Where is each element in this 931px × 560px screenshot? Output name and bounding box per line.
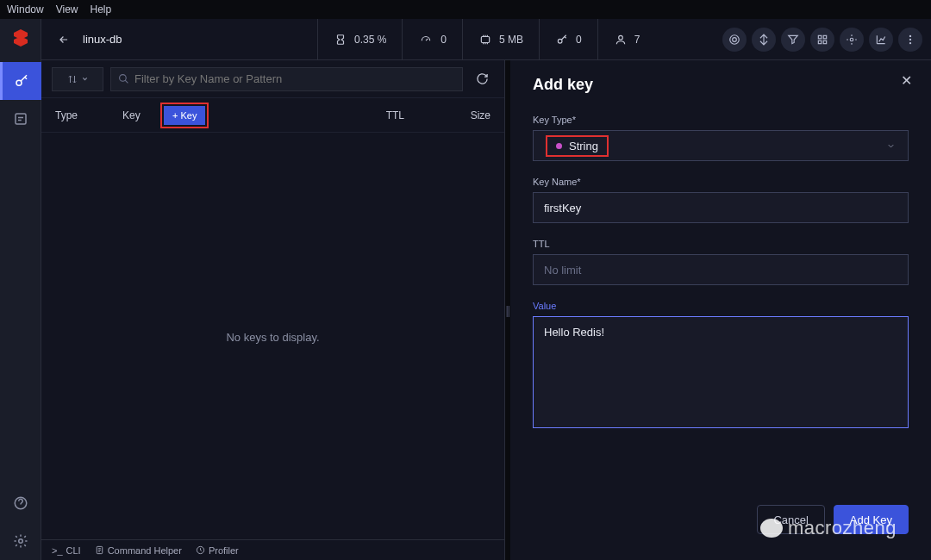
toolbar-more-icon[interactable] (898, 28, 922, 52)
toolbar-icon-3[interactable] (781, 28, 805, 52)
svg-point-7 (730, 34, 740, 44)
svg-point-5 (558, 39, 562, 43)
svg-point-6 (618, 35, 622, 40)
refresh-button[interactable] (470, 67, 494, 91)
add-key-highlight: + Key (160, 103, 209, 128)
close-icon[interactable]: ✕ (901, 72, 912, 89)
toolbar-gear-icon[interactable] (840, 28, 864, 52)
search-input-wrapper[interactable] (110, 67, 463, 91)
svg-rect-10 (823, 35, 827, 39)
nav-keys[interactable] (0, 62, 41, 100)
svg-rect-1 (16, 114, 26, 124)
key-name-input[interactable] (533, 192, 909, 223)
search-input[interactable] (134, 72, 455, 85)
document-icon (95, 545, 104, 555)
empty-state: No keys to display. (41, 133, 504, 539)
stat-speed: 0 (402, 19, 462, 59)
toolbar-icon-4[interactable] (810, 28, 834, 52)
bottom-tabs: >_ CLI Command Helper Profiler (41, 539, 504, 560)
stat-keys: 0 (539, 19, 597, 59)
nav-settings[interactable] (0, 522, 41, 560)
key-type-value: String (569, 140, 598, 152)
toolbar-icon-1[interactable] (722, 28, 747, 52)
svg-rect-12 (823, 40, 827, 44)
app-sidebar (0, 19, 41, 560)
svg-rect-11 (818, 40, 822, 44)
menubar: Window View Help (0, 0, 931, 19)
stat-memory: 5 MB (462, 19, 539, 59)
svg-point-17 (120, 75, 127, 82)
keys-panel: Type Key + Key TTL Size No keys to displ… (41, 60, 505, 560)
menu-help[interactable]: Help (90, 3, 111, 16)
filter-type-dropdown[interactable] (52, 67, 103, 91)
header-size: Size (439, 109, 490, 121)
stat-percent: 0.35 % (317, 19, 402, 59)
type-bullet-icon (556, 143, 562, 149)
header-key: Key (122, 109, 160, 121)
search-icon (118, 73, 129, 84)
svg-rect-4 (481, 36, 489, 42)
svg-point-13 (850, 38, 853, 41)
menu-view[interactable]: View (56, 3, 78, 16)
ttl-label: TTL (533, 239, 909, 249)
toolbar-icon-2[interactable] (752, 28, 776, 52)
nav-workbench[interactable] (0, 100, 41, 138)
header-type: Type (55, 109, 122, 121)
submit-button[interactable]: Add Key (834, 505, 909, 534)
database-name: linux-db (83, 33, 122, 46)
key-type-dropdown[interactable]: String (533, 130, 909, 161)
terminal-icon: >_ (52, 545, 63, 556)
toolbar-chart-icon[interactable] (869, 28, 893, 52)
cancel-button[interactable]: Cancel (757, 505, 824, 534)
value-textarea[interactable] (533, 316, 909, 428)
key-name-label: Key Name* (533, 177, 909, 187)
ttl-input[interactable] (533, 254, 909, 285)
tab-cli[interactable]: >_ CLI (52, 545, 81, 556)
svg-point-8 (733, 37, 737, 41)
chevron-down-icon (886, 141, 896, 151)
redis-logo-icon (5, 22, 36, 53)
clock-icon (196, 545, 205, 555)
value-label: Value (533, 301, 909, 311)
header-ttl: TTL (353, 109, 439, 121)
chevron-down-icon (81, 75, 89, 83)
menu-window[interactable]: Window (7, 3, 44, 16)
svg-point-0 (16, 80, 22, 85)
svg-point-14 (909, 34, 911, 36)
keys-table-header: Type Key + Key TTL Size (41, 98, 504, 133)
svg-point-15 (909, 38, 911, 40)
tab-command-helper[interactable]: Command Helper (95, 545, 182, 556)
svg-point-3 (18, 539, 22, 544)
svg-rect-9 (818, 35, 822, 39)
add-key-button[interactable]: + Key (164, 106, 205, 125)
stat-clients: 7 (597, 19, 656, 59)
topbar: linux-db 0.35 % 0 5 MB 0 (41, 19, 931, 60)
svg-point-16 (909, 41, 911, 43)
add-key-panel: ✕ Add key Key Type* String (510, 60, 931, 560)
nav-help[interactable] (0, 484, 41, 522)
back-arrow-icon[interactable] (55, 34, 72, 46)
tab-profiler[interactable]: Profiler (196, 545, 239, 556)
panel-title: Add key (533, 76, 909, 94)
key-type-label: Key Type* (533, 115, 909, 125)
